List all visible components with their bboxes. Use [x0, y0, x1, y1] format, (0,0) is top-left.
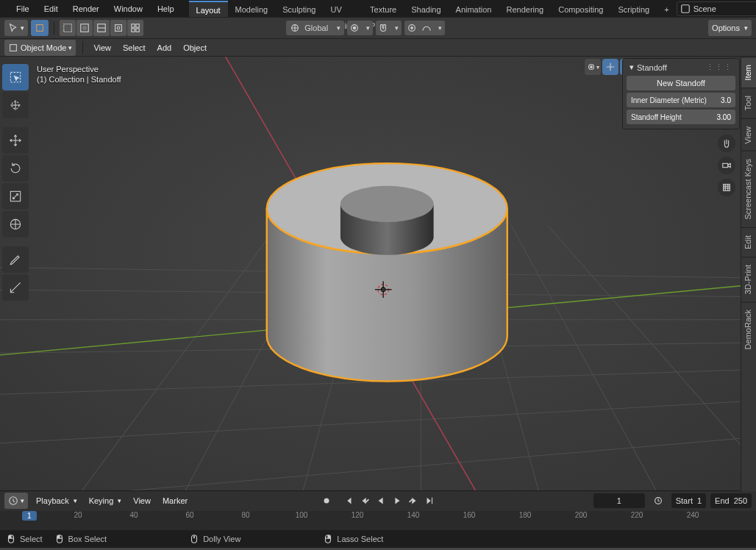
- tool-measure[interactable]: [2, 274, 29, 301]
- preview-range-icon[interactable]: [649, 493, 667, 509]
- tool-transform[interactable]: [2, 211, 29, 238]
- select-mode-3[interactable]: [93, 20, 110, 36]
- timeline: ▾ Playback▾ Keying▾ View Marker 1 Start1…: [0, 490, 756, 530]
- menu-add[interactable]: Add: [154, 40, 176, 56]
- tool-cursor[interactable]: [2, 92, 29, 118]
- tool-scale[interactable]: [2, 183, 29, 210]
- select-mode-4[interactable]: [110, 20, 126, 36]
- select-mode-2[interactable]: [76, 20, 93, 36]
- menu-object[interactable]: Object: [179, 40, 210, 56]
- proportional-edit[interactable]: ▾: [404, 21, 445, 35]
- tab-3d-print[interactable]: 3D-Print: [741, 257, 756, 301]
- tab-screencast[interactable]: Screencast Keys: [741, 151, 756, 227]
- pivot-dropdown[interactable]: ▾: [347, 21, 373, 35]
- tab-shading[interactable]: Shading: [404, 1, 448, 17]
- snap-toggle[interactable]: ▾: [376, 21, 402, 35]
- tab-animation[interactable]: Animation: [449, 1, 499, 17]
- keying-menu[interactable]: Keying▾: [85, 493, 126, 509]
- tick: 100: [296, 511, 308, 519]
- tab-demorack[interactable]: DemoRack: [741, 301, 756, 357]
- status-lasso: Lasso Select: [323, 534, 383, 544]
- panel-menu-icon[interactable]: ⋮⋮⋮: [706, 63, 732, 72]
- tab-rendering[interactable]: Rendering: [499, 1, 551, 17]
- tab-add[interactable]: +: [657, 1, 676, 17]
- gizmo-toggle[interactable]: [602, 59, 618, 75]
- tab-compositing[interactable]: Compositing: [551, 1, 610, 17]
- transform-orientation[interactable]: Global ▾: [286, 21, 344, 35]
- tab-uv-editing[interactable]: UV Editing: [323, 1, 363, 17]
- menu-help[interactable]: Help: [150, 1, 182, 17]
- camera-icon[interactable]: [718, 157, 735, 174]
- timeline-editor-type[interactable]: ▾: [4, 493, 28, 509]
- tool-rotate[interactable]: [2, 155, 29, 182]
- select-mode-1[interactable]: [60, 20, 76, 36]
- mouse-left-icon: [6, 534, 16, 544]
- status-dolly: Dolly View: [189, 534, 240, 544]
- viewport-3d[interactable]: ▾ ▾ Y X Z: [0, 57, 756, 490]
- current-frame[interactable]: 1: [593, 493, 645, 508]
- menu-render[interactable]: Render: [65, 1, 107, 17]
- menu-file[interactable]: File: [9, 1, 37, 17]
- svg-rect-89: [9, 535, 12, 538]
- op-value-inner-diameter: 3.0: [721, 96, 731, 104]
- jump-end-icon[interactable]: [422, 493, 437, 508]
- tick: 120: [352, 511, 364, 519]
- playhead-label: 1: [22, 511, 37, 521]
- tab-view[interactable]: View: [741, 118, 756, 151]
- new-standoff-button[interactable]: New Standoff: [627, 76, 735, 90]
- op-row-height[interactable]: Standoff Height 3.00: [627, 110, 735, 124]
- menu-edit[interactable]: Edit: [37, 1, 65, 17]
- tool-move[interactable]: [2, 127, 29, 154]
- select-box-icon: [35, 23, 45, 33]
- pan-icon[interactable]: [718, 135, 735, 152]
- svg-point-47: [591, 66, 593, 68]
- jump-start-icon[interactable]: [341, 493, 356, 508]
- tool-cursor-dropdown[interactable]: ▾: [4, 20, 28, 36]
- svg-rect-22: [10, 44, 17, 51]
- perspective-icon[interactable]: [718, 179, 735, 196]
- pivot-icon: [349, 23, 360, 33]
- tab-item[interactable]: Item: [741, 57, 756, 88]
- prev-key-icon[interactable]: [357, 493, 372, 508]
- left-toolbar: [2, 64, 29, 301]
- autokey-toggle[interactable]: [319, 493, 334, 508]
- op-row-inner-diameter[interactable]: Inner Diameter (Metric) 3.0: [627, 93, 735, 107]
- play-reverse-icon[interactable]: [374, 493, 388, 508]
- interaction-mode[interactable]: Object Mode ▾: [4, 40, 76, 56]
- workspace-tabs: Layout Modeling Sculpting UV Editing Tex…: [189, 1, 677, 17]
- scene-selector[interactable]: Scene: [677, 1, 756, 16]
- menu-window[interactable]: Window: [107, 1, 150, 17]
- tab-edit[interactable]: Edit: [741, 227, 756, 257]
- options-dropdown[interactable]: Options▾: [708, 20, 752, 36]
- tab-scripting[interactable]: Scripting: [610, 1, 657, 17]
- tab-modeling[interactable]: Modeling: [228, 1, 276, 17]
- operator-header[interactable]: ▾ Standoff ⋮⋮⋮: [625, 61, 737, 74]
- tab-tool[interactable]: Tool: [741, 88, 756, 118]
- select-mode-5[interactable]: [127, 20, 143, 36]
- mouse-right-icon: [323, 534, 333, 544]
- cursor-icon: [8, 23, 18, 33]
- end-frame[interactable]: End250: [710, 493, 752, 508]
- menu-select[interactable]: Select: [119, 40, 149, 56]
- falloff-icon: [421, 23, 432, 33]
- tab-texture-paint[interactable]: Texture Paint: [363, 1, 404, 17]
- tool-header-1: ▾ Global ▾ ▾ ▾ ▾ Options▾: [0, 17, 756, 38]
- playback-menu[interactable]: Playback▾: [32, 493, 81, 509]
- tool-select-box[interactable]: [2, 64, 29, 90]
- next-key-icon[interactable]: [406, 493, 421, 508]
- menu-view[interactable]: View: [90, 40, 115, 56]
- tab-layout[interactable]: Layout: [189, 1, 228, 17]
- marker-menu[interactable]: Marker: [159, 493, 191, 509]
- tool-annotate[interactable]: [2, 246, 29, 273]
- tab-sculpting[interactable]: Sculpting: [275, 1, 323, 17]
- svg-rect-72: [724, 185, 730, 191]
- timeline-ruler[interactable]: 1 20 40 60 80 100 120 140 160 180 200 22…: [0, 511, 756, 531]
- start-frame[interactable]: Start1: [671, 493, 706, 508]
- play-icon[interactable]: [390, 493, 404, 508]
- view-menu[interactable]: View: [129, 493, 154, 509]
- operator-panel: ▾ Standoff ⋮⋮⋮ New Standoff Inner Diamet…: [622, 58, 740, 129]
- visibility-dropdown[interactable]: ▾: [585, 59, 601, 75]
- playhead[interactable]: 1: [22, 511, 37, 531]
- select-box-toggle[interactable]: [31, 20, 49, 36]
- timeline-header: ▾ Playback▾ Keying▾ View Marker 1 Start1…: [0, 491, 756, 511]
